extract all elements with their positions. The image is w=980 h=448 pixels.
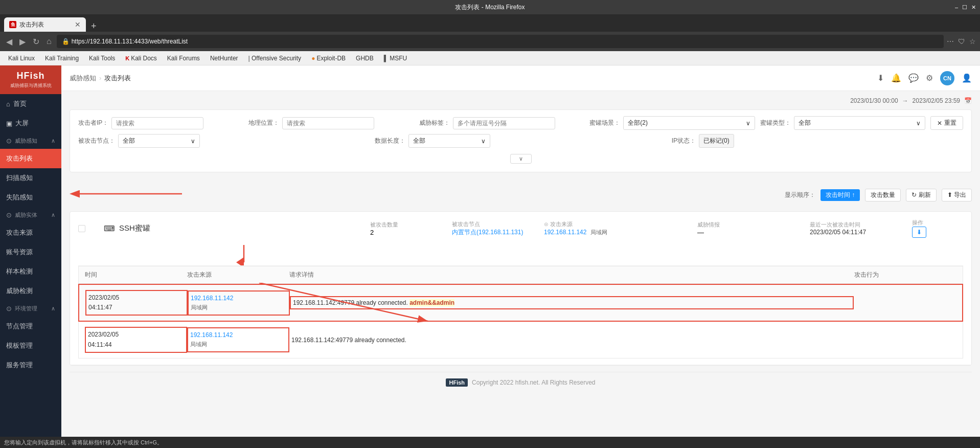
down-arrow-annotation bbox=[70, 245, 971, 265]
date-end: 2023/02/05 23:59 bbox=[913, 97, 960, 104]
user-icon[interactable]: 👤 bbox=[962, 73, 972, 83]
honeypot-scene-select[interactable]: 全部(2) ∨ bbox=[623, 116, 755, 130]
sidebar-item-account-resource[interactable]: 账号资源 bbox=[0, 242, 61, 262]
collapse-icon-env: ∧ bbox=[51, 305, 55, 312]
dashboard-icon: ▣ bbox=[6, 120, 12, 127]
maximize-btn[interactable]: ☐ bbox=[962, 4, 967, 11]
sidebar-item-lost-sense[interactable]: 失陷感知 bbox=[0, 188, 61, 207]
row2-detail: 192.168.11.142:49779 already connected. bbox=[289, 334, 854, 346]
collapse-icon-threat: ∧ bbox=[51, 138, 55, 144]
location-input[interactable] bbox=[282, 117, 374, 129]
table-row: 2023/02/05 04:11:44 192.168.11.142 局域网 1… bbox=[78, 322, 963, 358]
tab-favicon: 鱼 bbox=[9, 21, 16, 28]
threat-entity-label: 威胁实体 bbox=[15, 211, 37, 219]
sidebar-item-attack-list[interactable]: 攻击列表 bbox=[0, 149, 61, 168]
home-btn[interactable]: ⌂ bbox=[44, 35, 54, 48]
kali-training-label: Kali Training bbox=[45, 55, 79, 62]
browser-tab-active[interactable]: 鱼 攻击列表 ✕ bbox=[4, 17, 86, 32]
last-attack-cell: 最近一次被攻击时间 2023/02/05 04:11:47 bbox=[810, 221, 912, 236]
data-length-label: 数据长度： bbox=[375, 137, 405, 145]
shield-icon: 🛡 bbox=[958, 37, 965, 46]
section-threat-sense[interactable]: ⊙ 威胁感知 ∧ bbox=[0, 133, 61, 149]
avatar[interactable]: CN bbox=[940, 71, 954, 85]
status-bar: 您将输入定向到该虚拟机，请将鼠标指针移入其中或按 Ctrl+G。 bbox=[0, 437, 980, 448]
collapse-filter-btn[interactable]: ∨ bbox=[78, 152, 963, 166]
more-menu-btn[interactable]: ⋯ bbox=[947, 37, 954, 46]
bookmark-ghdb[interactable]: GHDB bbox=[352, 54, 378, 63]
refresh-icon: ↻ bbox=[911, 191, 917, 198]
back-btn[interactable]: ◀ bbox=[4, 35, 14, 49]
ip-status-label: IP状态： bbox=[672, 137, 696, 145]
reload-btn[interactable]: ↻ bbox=[31, 35, 41, 49]
annotation-area: 显示顺序： 攻击时间 ↑ 攻击数量 ↻ 刷新 ⬆ 导出 bbox=[70, 178, 972, 209]
bookmarks-bar: Kali Linux Kali Training Kali Tools K Ka… bbox=[0, 51, 980, 65]
attacker-ip-input[interactable] bbox=[111, 117, 203, 129]
sort-count-btn[interactable]: 攻击数量 bbox=[865, 189, 901, 201]
threat-entity-icon: ⊙ bbox=[6, 211, 12, 219]
bookmark-nethunter[interactable]: NetHunter bbox=[206, 54, 242, 63]
kali-docs-label: Kali Docs bbox=[131, 55, 157, 62]
row-checkbox[interactable] bbox=[78, 225, 85, 232]
sidebar-item-sample-check[interactable]: 样本检测 bbox=[0, 262, 61, 281]
tab-close-btn[interactable]: ✕ bbox=[75, 21, 81, 28]
download-icon[interactable]: ⬇ bbox=[877, 73, 884, 83]
bell-icon[interactable]: 🔔 bbox=[891, 73, 901, 83]
bookmark-kali-docs[interactable]: K Kali Docs bbox=[121, 54, 161, 63]
attacked-node-col-label: 被攻击节点 bbox=[452, 220, 544, 228]
bookmark-kali-forums[interactable]: Kali Forums bbox=[163, 54, 204, 63]
export-btn[interactable]: ⬆ 导出 bbox=[942, 189, 972, 201]
settings-icon[interactable]: ⚙ bbox=[926, 73, 933, 83]
address-bar[interactable]: 🔒 https://192.168.11.131:4433/web/threat… bbox=[57, 35, 944, 48]
bookmark-kali-tools[interactable]: Kali Tools bbox=[85, 54, 119, 63]
refresh-btn[interactable]: ↻ 刷新 bbox=[906, 189, 936, 201]
chat-icon[interactable]: 💬 bbox=[908, 73, 919, 83]
reset-button[interactable]: ✕ 重置 bbox=[930, 116, 963, 130]
bookmark-offensive-security[interactable]: | Offensive Security bbox=[244, 53, 306, 63]
row1-time2: 04:11:47 bbox=[88, 303, 185, 312]
env-manage-icon: ⊙ bbox=[6, 305, 12, 312]
threat-info-label: 威胁情报 bbox=[697, 221, 810, 229]
close-btn[interactable]: ✕ bbox=[971, 4, 976, 11]
collapse-icon-entity: ∧ bbox=[51, 212, 55, 218]
bookmark-btn[interactable]: ☆ bbox=[969, 37, 976, 46]
action-label: 操作 bbox=[912, 219, 963, 227]
sidebar-item-scan-sense[interactable]: 扫描感知 bbox=[0, 168, 61, 188]
minimize-btn[interactable]: – bbox=[955, 4, 958, 11]
browser-titlebar: 攻击列表 - Mozilla Firefox – ☐ ✕ bbox=[0, 0, 980, 14]
forward-btn[interactable]: ▶ bbox=[17, 35, 28, 49]
home-label: 首页 bbox=[13, 99, 27, 108]
calendar-icon[interactable]: 📅 bbox=[964, 97, 972, 104]
bookmark-exploit-db[interactable]: ● Exploit-DB bbox=[307, 54, 350, 63]
sidebar-item-node-manage[interactable]: 节点管理 bbox=[0, 317, 61, 336]
attack-list-label: 攻击列表 bbox=[6, 154, 33, 163]
section-env-manage[interactable]: ⊙ 环境管理 ∧ bbox=[0, 301, 61, 317]
filter-row-1: 攻击者IP： 地理位置： 威胁标签： 蜜罐场景： 全部(2) bbox=[78, 116, 963, 130]
sidebar-item-threat-detect[interactable]: 威胁检测 bbox=[0, 281, 61, 301]
collapse-btn-inner: ∨ bbox=[510, 154, 532, 164]
data-table-wrapper: ⌨ SSH蜜罐 被攻击数量 2 被攻击节点 内置节点(192.168.11.13… bbox=[70, 211, 972, 366]
honeypot-type-select[interactable]: 全部 ∨ bbox=[794, 116, 925, 130]
threat-tag-input[interactable] bbox=[453, 117, 555, 129]
row1-source-ip[interactable]: 192.168.11.142 bbox=[191, 294, 287, 303]
data-length-select[interactable]: 全部 ∨ bbox=[408, 134, 490, 148]
date-filter-row: 2023/01/30 00:00 → 2023/02/05 23:59 📅 bbox=[70, 97, 972, 104]
new-tab-btn[interactable]: + bbox=[86, 21, 102, 32]
bookmark-kali-linux[interactable]: Kali Linux bbox=[4, 54, 39, 63]
sidebar-item-dashboard[interactable]: ▣ 大屏 bbox=[0, 114, 61, 133]
data-length-value: 全部 bbox=[413, 137, 425, 145]
bookmark-msfu[interactable]: ▌ MSFU bbox=[380, 54, 412, 63]
sidebar-item-template-manage[interactable]: 模板管理 bbox=[0, 336, 61, 355]
section-threat-entity[interactable]: ⊙ 威胁实体 ∧ bbox=[0, 207, 61, 223]
sidebar-item-service-manage[interactable]: 服务管理 bbox=[0, 355, 61, 375]
sidebar-item-attack-source[interactable]: 攻击来源 bbox=[0, 223, 61, 242]
row2-source-ip[interactable]: 192.168.11.142 bbox=[190, 330, 286, 340]
attacked-node-dropdown-icon: ∨ bbox=[191, 138, 195, 145]
header-actions: ⬇ 🔔 💬 ⚙ CN 👤 bbox=[877, 71, 972, 85]
sidebar: HFish 威胁捕获与诱捕系统 ⌂ 首页 ▣ 大屏 ⊙ 威胁感知 ∧ 攻击列表 bbox=[0, 65, 61, 437]
attacked-node-select[interactable]: 全部 ∨ bbox=[118, 134, 200, 148]
attack-download-btn[interactable]: ⬇ bbox=[912, 227, 926, 238]
bookmark-kali-training[interactable]: Kali Training bbox=[41, 54, 83, 63]
sidebar-item-home[interactable]: ⌂ 首页 bbox=[0, 94, 61, 114]
attack-source-ip[interactable]: 192.168.11.142 bbox=[544, 229, 586, 236]
sort-time-btn[interactable]: 攻击时间 ↑ bbox=[821, 189, 860, 201]
